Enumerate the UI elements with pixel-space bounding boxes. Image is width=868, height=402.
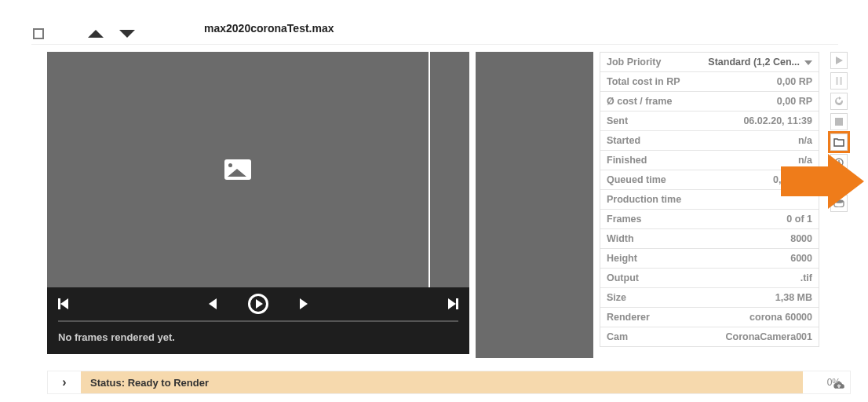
svg-rect-2 — [840, 77, 842, 85]
preview-side-strip — [430, 52, 469, 287]
status-progress-bar: Status: Ready to Render — [81, 371, 803, 393]
header-divider — [31, 44, 838, 45]
info-label: Output — [607, 272, 639, 284]
info-label: Frames — [607, 213, 641, 225]
info-label: Production time — [607, 193, 681, 206]
progress-percent: 0% — [803, 377, 850, 388]
info-value: 0,00 RP — [777, 75, 812, 88]
info-row: Sent06.02.20, 11:39 — [600, 111, 819, 131]
info-value: corona 60000 — [749, 311, 812, 323]
status-bar: › Status: Ready to Render 0% — [47, 371, 851, 394]
info-value: 6000 — [790, 252, 812, 265]
expand-status-button[interactable]: › — [48, 371, 81, 393]
info-label: Cam — [607, 331, 628, 343]
annotation-arrow — [781, 154, 867, 209]
info-value: .tif — [801, 272, 812, 284]
info-label: Height — [607, 252, 637, 265]
info-value: 1,38 MB — [775, 291, 812, 304]
info-label: Size — [607, 291, 626, 304]
info-row: Output.tif — [600, 269, 819, 288]
info-value: 0 of 1 — [786, 213, 812, 225]
prev-frame-button[interactable] — [209, 298, 217, 309]
preview-column: No frames rendered yet. — [47, 52, 469, 354]
status-text: Status: Ready to Render — [81, 371, 528, 393]
move-up-icon[interactable] — [88, 30, 104, 38]
info-row: Frames0 of 1 — [600, 210, 819, 229]
info-row: Width8000 — [600, 229, 819, 249]
refresh-icon[interactable] — [830, 93, 848, 110]
preview-viewport — [47, 52, 469, 287]
info-value: 0,00 RP — [777, 95, 812, 108]
info-row[interactable]: Job PriorityStandard (1,2 Cen... — [600, 53, 819, 72]
stop-icon[interactable] — [830, 113, 848, 130]
info-value: n/a — [798, 134, 812, 147]
move-down-icon[interactable] — [119, 30, 135, 38]
thumb-strip — [476, 52, 593, 358]
svg-marker-0 — [836, 57, 843, 64]
info-value: 8000 — [790, 232, 812, 245]
info-label: Renderer — [607, 311, 650, 323]
main-area: No frames rendered yet. Job PriorityStan… — [47, 52, 851, 358]
play-button[interactable] — [248, 294, 268, 314]
skip-start-button[interactable] — [58, 298, 68, 309]
dropdown-icon[interactable] — [804, 60, 812, 65]
select-job-checkbox[interactable] — [33, 28, 44, 39]
preview-main-frame — [47, 52, 430, 287]
info-row: Renderercorona 60000 — [600, 308, 819, 327]
pause-icon[interactable] — [830, 72, 848, 90]
info-row: Startedn/a — [600, 131, 819, 151]
info-row: Ø cost / frame0,00 RP — [600, 92, 819, 111]
info-label: Finished — [607, 154, 647, 166]
info-value: 06.02.20, 11:39 — [743, 115, 812, 127]
info-label: Sent — [607, 115, 628, 127]
info-label: Width — [607, 232, 634, 245]
info-label: Total cost in RP — [607, 75, 680, 88]
frame-player: No frames rendered yet. — [47, 287, 469, 354]
svg-rect-1 — [836, 77, 838, 85]
info-value: CoronaCamera001 — [726, 331, 812, 343]
player-status-text: No frames rendered yet. — [47, 322, 469, 354]
skip-end-button[interactable] — [448, 298, 458, 309]
render-job-panel: max2020coronaTest.max — [0, 0, 868, 402]
play-icon[interactable] — [830, 52, 848, 69]
info-row: Total cost in RP0,00 RP — [600, 72, 819, 92]
svg-rect-3 — [835, 118, 843, 126]
info-row: Size1,38 MB — [600, 288, 819, 308]
image-placeholder-icon — [224, 159, 251, 180]
info-row: CamCoronaCamera001 — [600, 327, 819, 346]
open-folder-icon[interactable] — [830, 133, 848, 151]
job-toolbar — [829, 52, 849, 394]
info-value[interactable]: Standard (1,2 Cen... — [708, 56, 812, 68]
info-label: Ø cost / frame — [607, 95, 672, 108]
job-filename: max2020coronaTest.max — [204, 22, 334, 35]
info-label: Started — [607, 134, 640, 147]
info-label: Queued time — [607, 174, 666, 186]
info-label: Job Priority — [607, 56, 661, 68]
info-row: Height6000 — [600, 249, 819, 269]
next-frame-button[interactable] — [300, 298, 308, 309]
